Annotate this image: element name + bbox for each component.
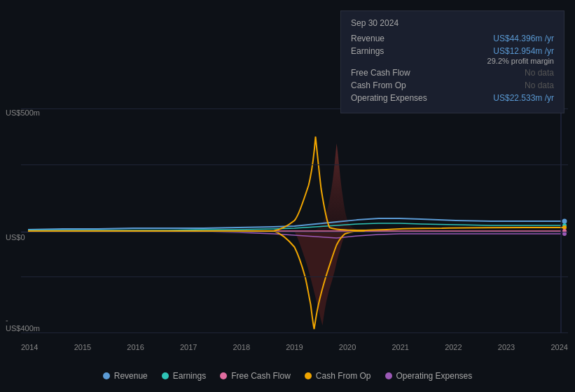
x-label-2019: 2019 xyxy=(286,343,303,351)
legend-label-cashfromop: Cash From Op xyxy=(316,371,371,381)
tooltip-date: Sep 30 2024 xyxy=(351,18,554,28)
legend-dot-opex xyxy=(385,372,392,379)
tooltip-value-opex: US$22.533m /yr xyxy=(493,93,554,103)
tooltip-label-opex: Operating Expenses xyxy=(351,93,435,103)
tooltip-value-revenue: US$44.396m /yr xyxy=(493,34,554,43)
x-label-2020: 2020 xyxy=(339,343,356,351)
legend-dot-cashfromop xyxy=(305,372,312,379)
legend: Revenue Earnings Free Cash Flow Cash Fro… xyxy=(0,371,575,381)
x-label-2024: 2024 xyxy=(550,343,567,351)
x-label-2018: 2018 xyxy=(233,343,250,351)
grid-line-zero xyxy=(21,232,568,232)
legend-dot-fcf xyxy=(220,372,227,379)
x-label-2022: 2022 xyxy=(445,343,462,351)
tooltip-row-revenue: Revenue US$44.396m /yr xyxy=(351,34,554,43)
tooltip-profit-margin: 29.2% profit margin xyxy=(351,57,554,65)
tooltip-label-revenue: Revenue xyxy=(351,34,435,43)
legend-item-earnings[interactable]: Earnings xyxy=(162,371,206,381)
negative-area xyxy=(295,231,569,326)
legend-item-revenue[interactable]: Revenue xyxy=(103,371,148,381)
grid-line-q3 xyxy=(21,276,568,277)
legend-item-cashfromop[interactable]: Cash From Op xyxy=(305,371,371,381)
tooltip-box: Sep 30 2024 Revenue US$44.396m /yr Earni… xyxy=(340,10,564,113)
tooltip-row-cashfromop: Cash From Op No data xyxy=(351,80,554,90)
grid-line-q1 xyxy=(21,164,568,165)
tooltip-row-opex: Operating Expenses US$22.533m /yr xyxy=(351,93,554,103)
x-label-2021: 2021 xyxy=(392,343,408,351)
legend-label-opex: Operating Expenses xyxy=(396,371,473,381)
legend-dot-revenue xyxy=(103,372,110,379)
legend-item-fcf[interactable]: Free Cash Flow xyxy=(220,371,291,381)
tooltip-row-earnings: Earnings US$12.954m /yr xyxy=(351,46,554,56)
tooltip-value-fcf: No data xyxy=(525,68,554,78)
tooltip-value-cashfromop: No data xyxy=(525,80,554,90)
cashfromop-spike xyxy=(273,136,564,231)
x-axis-labels: 2014 2015 2016 2017 2018 2019 2020 2021 … xyxy=(21,343,568,351)
tooltip-label-fcf: Free Cash Flow xyxy=(351,68,435,78)
tooltip-label-cashfromop: Cash From Op xyxy=(351,80,435,90)
x-label-2016: 2016 xyxy=(127,343,144,351)
revenue-dot xyxy=(562,219,567,224)
x-label-2023: 2023 xyxy=(498,343,515,351)
legend-dot-earnings xyxy=(162,372,169,379)
chart-container: Sep 30 2024 Revenue US$44.396m /yr Earni… xyxy=(0,0,575,392)
grid-line-bottom xyxy=(21,332,568,333)
chart-area xyxy=(21,108,568,332)
legend-item-opex[interactable]: Operating Expenses xyxy=(385,371,473,381)
tooltip-value-earnings: US$12.954m /yr xyxy=(493,46,554,56)
tooltip-row-fcf: Free Cash Flow No data xyxy=(351,68,554,78)
chart-svg xyxy=(21,108,568,332)
legend-label-fcf: Free Cash Flow xyxy=(231,371,291,381)
x-label-2014: 2014 xyxy=(21,343,38,351)
tooltip-label-earnings: Earnings xyxy=(351,46,435,56)
legend-label-earnings: Earnings xyxy=(173,371,206,381)
x-label-2015: 2015 xyxy=(74,343,91,351)
legend-label-revenue: Revenue xyxy=(114,371,148,381)
x-label-2017: 2017 xyxy=(180,343,197,351)
